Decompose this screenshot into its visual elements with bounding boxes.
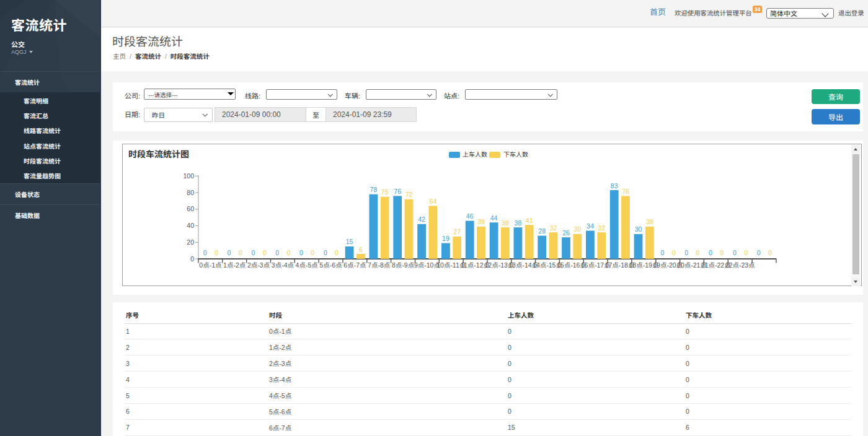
- svg-text:0: 0: [251, 249, 255, 256]
- svg-text:1点-2点: 1点-2点: [223, 261, 246, 269]
- svg-text:32: 32: [598, 224, 605, 232]
- svg-text:76: 76: [622, 188, 629, 195]
- svg-text:0: 0: [660, 249, 664, 256]
- svg-text:0: 0: [720, 249, 724, 256]
- svg-text:75: 75: [381, 188, 389, 196]
- svg-text:32: 32: [550, 224, 557, 232]
- svg-text:42: 42: [418, 216, 425, 223]
- svg-text:39: 39: [646, 218, 653, 225]
- svg-text:26: 26: [562, 229, 570, 237]
- svg-text:15: 15: [346, 238, 353, 245]
- svg-text:0: 0: [215, 249, 218, 256]
- svg-text:38: 38: [515, 219, 522, 227]
- svg-text:46: 46: [466, 212, 474, 220]
- svg-text:0: 0: [709, 249, 712, 256]
- svg-text:0点-1点: 0点-1点: [199, 261, 221, 269]
- svg-text:0: 0: [335, 249, 339, 256]
- svg-text:0: 0: [696, 249, 700, 256]
- svg-text:0: 0: [263, 249, 267, 256]
- svg-text:0: 0: [275, 249, 279, 256]
- svg-text:22点-23点: 22点-23点: [725, 261, 755, 269]
- svg-text:4点-5点: 4点-5点: [296, 261, 318, 269]
- svg-text:0: 0: [733, 249, 737, 256]
- svg-text:6: 6: [359, 246, 363, 253]
- svg-text:0: 0: [744, 249, 748, 256]
- svg-text:0: 0: [684, 249, 688, 256]
- svg-text:27: 27: [453, 228, 461, 235]
- svg-text:6点-7点: 6点-7点: [343, 261, 366, 269]
- svg-text:100: 100: [183, 172, 194, 180]
- svg-text:38: 38: [502, 219, 509, 227]
- svg-text:40: 40: [187, 222, 194, 229]
- svg-text:0: 0: [227, 249, 231, 256]
- svg-text:0: 0: [757, 249, 761, 256]
- svg-text:0: 0: [190, 255, 194, 263]
- svg-text:72: 72: [405, 191, 413, 198]
- svg-text:83: 83: [611, 182, 618, 190]
- svg-text:39: 39: [477, 218, 485, 225]
- svg-text:2点-3点: 2点-3点: [247, 261, 270, 269]
- svg-text:19: 19: [442, 235, 450, 242]
- svg-text:76: 76: [394, 188, 401, 195]
- svg-text:8点-9点: 8点-9点: [392, 261, 414, 269]
- svg-text:0: 0: [311, 249, 314, 256]
- svg-text:0: 0: [203, 249, 207, 256]
- svg-text:0: 0: [768, 249, 772, 256]
- svg-text:0: 0: [672, 249, 676, 256]
- svg-text:0: 0: [299, 249, 303, 256]
- svg-text:60: 60: [187, 205, 194, 212]
- svg-text:80: 80: [187, 189, 194, 196]
- svg-text:64: 64: [430, 198, 437, 205]
- svg-text:3点-4点: 3点-4点: [272, 261, 294, 269]
- svg-text:0: 0: [324, 249, 327, 256]
- svg-text:34: 34: [587, 222, 594, 230]
- svg-text:0: 0: [286, 249, 290, 256]
- svg-text:44: 44: [490, 214, 498, 222]
- svg-text:78: 78: [370, 186, 378, 193]
- svg-text:28: 28: [538, 227, 546, 235]
- svg-text:41: 41: [526, 217, 533, 224]
- svg-text:0: 0: [239, 249, 242, 256]
- svg-text:5点-6点: 5点-6点: [320, 261, 342, 269]
- svg-text:30: 30: [635, 225, 642, 233]
- svg-text:7点-8点: 7点-8点: [368, 261, 390, 269]
- svg-text:20: 20: [187, 238, 194, 246]
- svg-text:30: 30: [574, 225, 581, 233]
